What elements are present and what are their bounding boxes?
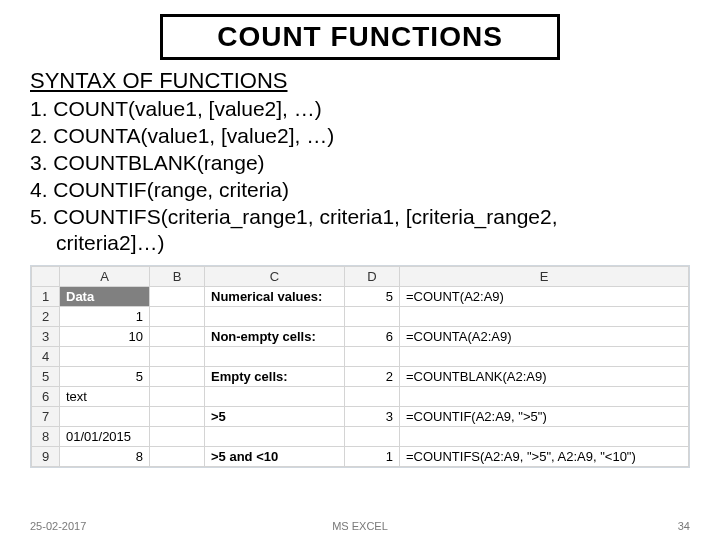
cell: =COUNT(A2:A9) bbox=[400, 287, 689, 307]
cell: =COUNTA(A2:A9) bbox=[400, 327, 689, 347]
cell bbox=[150, 427, 205, 447]
cell bbox=[400, 307, 689, 327]
cell: =COUNTIFS(A2:A9, ">5", A2:A9, "<10") bbox=[400, 447, 689, 467]
row-header: 6 bbox=[32, 387, 60, 407]
excel-grid: A B C D E 1 Data Numerical values: 5 =CO… bbox=[31, 266, 689, 467]
row-header: 5 bbox=[32, 367, 60, 387]
cell bbox=[345, 307, 400, 327]
footer-center: MS EXCEL bbox=[332, 520, 388, 532]
table-row: 7 >5 3 =COUNTIF(A2:A9, ">5") bbox=[32, 407, 689, 427]
row-header: 2 bbox=[32, 307, 60, 327]
table-row: 9 8 >5 and <10 1 =COUNTIFS(A2:A9, ">5", … bbox=[32, 447, 689, 467]
cell: 1 bbox=[345, 447, 400, 467]
cell: >5 bbox=[205, 407, 345, 427]
cell: 8 bbox=[60, 447, 150, 467]
cell bbox=[345, 387, 400, 407]
footer-page: 34 bbox=[678, 520, 690, 532]
table-row: 3 10 Non-empty cells: 6 =COUNTA(A2:A9) bbox=[32, 327, 689, 347]
col-header: A bbox=[60, 267, 150, 287]
syntax-item: 5. COUNTIFS(criteria_range1, criteria1, … bbox=[30, 204, 690, 231]
row-header: 8 bbox=[32, 427, 60, 447]
cell: =COUNTBLANK(A2:A9) bbox=[400, 367, 689, 387]
cell: text bbox=[60, 387, 150, 407]
cell: 6 bbox=[345, 327, 400, 347]
cell: Empty cells: bbox=[205, 367, 345, 387]
col-header: B bbox=[150, 267, 205, 287]
table-row: 5 5 Empty cells: 2 =COUNTBLANK(A2:A9) bbox=[32, 367, 689, 387]
excel-screenshot: A B C D E 1 Data Numerical values: 5 =CO… bbox=[30, 265, 690, 468]
cell bbox=[400, 387, 689, 407]
cell bbox=[150, 327, 205, 347]
cell bbox=[150, 447, 205, 467]
cell bbox=[150, 367, 205, 387]
cell bbox=[345, 427, 400, 447]
col-header: E bbox=[400, 267, 689, 287]
cell bbox=[60, 407, 150, 427]
table-row: 1 Data Numerical values: 5 =COUNT(A2:A9) bbox=[32, 287, 689, 307]
cell bbox=[400, 427, 689, 447]
syntax-list: 1. COUNT(value1, [value2], …) 2. COUNTA(… bbox=[30, 96, 690, 257]
row-header: 7 bbox=[32, 407, 60, 427]
cell bbox=[150, 287, 205, 307]
cell bbox=[150, 307, 205, 327]
syntax-item: 3. COUNTBLANK(range) bbox=[30, 150, 690, 177]
cell: Data bbox=[60, 287, 150, 307]
content-area: SYNTAX OF FUNCTIONS 1. COUNT(value1, [va… bbox=[0, 68, 720, 257]
corner-cell bbox=[32, 267, 60, 287]
cell: 1 bbox=[60, 307, 150, 327]
table-row: 8 01/01/2015 bbox=[32, 427, 689, 447]
cell bbox=[60, 347, 150, 367]
cell bbox=[150, 347, 205, 367]
slide-footer: 25-02-2017 MS EXCEL 34 bbox=[0, 520, 720, 532]
cell bbox=[345, 347, 400, 367]
cell: >5 and <10 bbox=[205, 447, 345, 467]
cell: 5 bbox=[60, 367, 150, 387]
cell: 3 bbox=[345, 407, 400, 427]
col-header: D bbox=[345, 267, 400, 287]
cell bbox=[205, 307, 345, 327]
row-header: 3 bbox=[32, 327, 60, 347]
cell: 2 bbox=[345, 367, 400, 387]
syntax-item: 1. COUNT(value1, [value2], …) bbox=[30, 96, 690, 123]
cell bbox=[205, 347, 345, 367]
cell bbox=[150, 407, 205, 427]
section-subtitle: SYNTAX OF FUNCTIONS bbox=[30, 68, 690, 94]
cell: Non-empty cells: bbox=[205, 327, 345, 347]
cell: Numerical values: bbox=[205, 287, 345, 307]
cell bbox=[400, 347, 689, 367]
col-header: C bbox=[205, 267, 345, 287]
cell bbox=[205, 427, 345, 447]
footer-date: 25-02-2017 bbox=[30, 520, 86, 532]
cell: 5 bbox=[345, 287, 400, 307]
column-header-row: A B C D E bbox=[32, 267, 689, 287]
cell: =COUNTIF(A2:A9, ">5") bbox=[400, 407, 689, 427]
table-row: 4 bbox=[32, 347, 689, 367]
table-row: 2 1 bbox=[32, 307, 689, 327]
cell bbox=[150, 387, 205, 407]
table-row: 6 text bbox=[32, 387, 689, 407]
syntax-item: 2. COUNTA(value1, [value2], …) bbox=[30, 123, 690, 150]
cell: 01/01/2015 bbox=[60, 427, 150, 447]
row-header: 1 bbox=[32, 287, 60, 307]
row-header: 9 bbox=[32, 447, 60, 467]
syntax-item: 4. COUNTIF(range, criteria) bbox=[30, 177, 690, 204]
row-header: 4 bbox=[32, 347, 60, 367]
cell bbox=[205, 387, 345, 407]
syntax-item: criteria2]…) bbox=[30, 230, 690, 257]
slide-title: COUNT FUNCTIONS bbox=[160, 14, 560, 60]
cell: 10 bbox=[60, 327, 150, 347]
